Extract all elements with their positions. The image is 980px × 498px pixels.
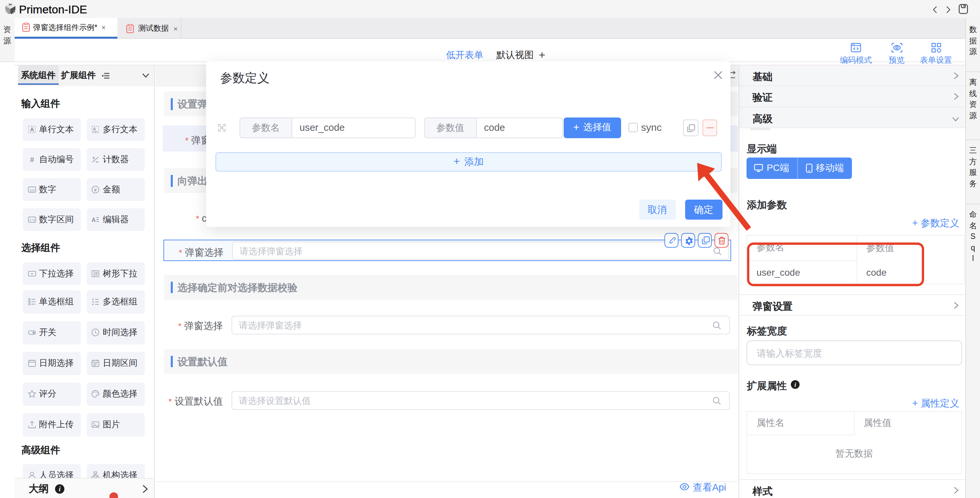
svg-text:A: A	[91, 216, 96, 223]
svg-text:A: A	[30, 126, 34, 133]
svg-text:1~3: 1~3	[29, 218, 34, 222]
svg-text:#: #	[30, 156, 34, 164]
svg-text:i: i	[58, 485, 60, 492]
svg-text:123: 123	[29, 188, 34, 192]
svg-text:A: A	[93, 126, 96, 131]
svg-text:¥: ¥	[94, 187, 97, 192]
svg-text:i: i	[794, 381, 796, 388]
